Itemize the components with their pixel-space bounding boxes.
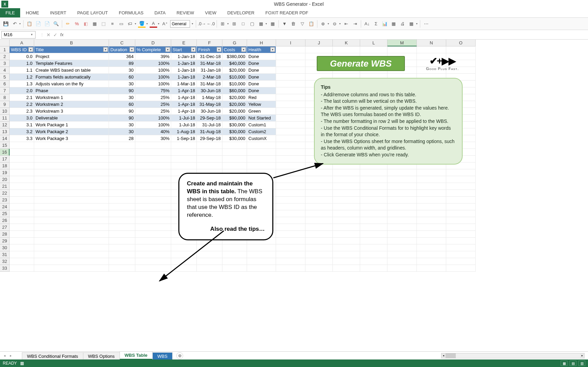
cell-I4[interactable] xyxy=(276,67,305,74)
cell-B11[interactable]: Deliverable xyxy=(34,115,109,122)
cell-H3[interactable]: Done xyxy=(247,60,276,67)
cell-G6[interactable]: $10,000 xyxy=(222,81,247,87)
cell-A5[interactable]: 1.2 xyxy=(10,74,34,81)
cell-F10[interactable]: 30-Jun-18 xyxy=(197,108,222,115)
freeze-icon[interactable]: ▦ xyxy=(390,20,397,28)
cell-B1[interactable]: Title▼ xyxy=(34,46,109,53)
ribbon-tab-view[interactable]: VIEW xyxy=(200,8,222,17)
cell-D17[interactable] xyxy=(135,156,171,163)
cell-H15[interactable] xyxy=(247,142,276,149)
cell-L30[interactable] xyxy=(360,244,387,251)
cell-E14[interactable]: 1-Sep-18 xyxy=(171,135,197,142)
row-header-15[interactable]: 15 xyxy=(0,142,10,149)
cell-G1[interactable]: Costs▼ xyxy=(222,46,247,53)
row-header-19[interactable]: 19 xyxy=(0,169,10,176)
cell-E18[interactable] xyxy=(171,163,197,169)
cell-D10[interactable]: 25% xyxy=(135,108,171,115)
cell-B14[interactable]: Work Package 3 xyxy=(34,135,109,142)
cell-H18[interactable] xyxy=(247,163,276,169)
cell-A7[interactable]: 2.0 xyxy=(10,87,34,94)
border-all-icon[interactable]: ⊞ xyxy=(231,20,238,28)
cell-C21[interactable] xyxy=(109,183,135,190)
cell-F5[interactable]: 2-Mar-18 xyxy=(197,74,222,81)
cell-I13[interactable] xyxy=(276,128,305,135)
col-header-O[interactable]: O xyxy=(446,40,476,46)
cell-F15[interactable] xyxy=(197,142,222,149)
cell-K25[interactable] xyxy=(333,210,360,217)
cell-G13[interactable]: $30,000 xyxy=(222,128,247,135)
col-header-A[interactable]: A xyxy=(10,40,34,46)
cell-I10[interactable] xyxy=(276,108,305,115)
cell-L29[interactable] xyxy=(360,238,387,244)
col-header-G[interactable]: G xyxy=(222,40,247,46)
cell-I30[interactable] xyxy=(276,244,305,251)
cell-F9[interactable]: 31-May-18 xyxy=(197,101,222,108)
cell-B3[interactable]: Template Features xyxy=(34,60,109,67)
cell-J22[interactable] xyxy=(305,190,333,197)
cell-C30[interactable] xyxy=(109,244,135,251)
cell-B30[interactable] xyxy=(34,244,109,251)
cell-F17[interactable] xyxy=(197,156,222,163)
row-header-3[interactable]: 3 xyxy=(0,60,10,67)
cell-I24[interactable] xyxy=(276,203,305,210)
cell-C31[interactable] xyxy=(109,251,135,258)
row-header-11[interactable]: 11 xyxy=(0,115,10,122)
cell-I32[interactable] xyxy=(276,258,305,265)
cell-F1[interactable]: Finish▼ xyxy=(197,46,222,53)
cell-D27[interactable] xyxy=(135,224,171,231)
sheet-tab-wbs-table[interactable]: WBS Table xyxy=(120,351,153,360)
row-header-25[interactable]: 25 xyxy=(0,210,10,217)
cell-E33[interactable] xyxy=(171,265,197,272)
cell-A25[interactable] xyxy=(10,210,34,217)
cell-H17[interactable] xyxy=(247,156,276,163)
cell-E3[interactable]: 1-Jan-18 xyxy=(171,60,197,67)
cell-I1[interactable] xyxy=(276,46,305,53)
cell-F14[interactable]: 29-Sep-18 xyxy=(197,135,222,142)
cell-A33[interactable] xyxy=(10,265,34,272)
cell-C15[interactable] xyxy=(109,142,135,149)
cell-G8[interactable]: $20,000 xyxy=(222,94,247,101)
cell-C9[interactable]: 60 xyxy=(109,101,135,108)
cell-L28[interactable] xyxy=(360,231,387,238)
filter-button-finish[interactable]: ▼ xyxy=(217,47,221,52)
cell-B31[interactable] xyxy=(34,251,109,258)
cell-J33[interactable] xyxy=(305,265,333,272)
cell-B16[interactable] xyxy=(34,149,109,156)
view-page-layout-icon[interactable]: ▤ xyxy=(570,361,576,366)
cell-J19[interactable] xyxy=(305,169,333,176)
fx-icon[interactable]: fx xyxy=(60,32,64,37)
sheet-tab-wbs[interactable]: WBS xyxy=(152,352,173,360)
cell-I2[interactable] xyxy=(276,53,305,60)
cell-A29[interactable] xyxy=(10,238,34,244)
generate-wbs-button[interactable]: Generate WBS xyxy=(317,56,405,71)
cell-I6[interactable] xyxy=(276,81,305,87)
cell-G10[interactable]: $20,000 xyxy=(222,108,247,115)
cell-B7[interactable]: Phase xyxy=(34,87,109,94)
reapply-icon[interactable]: 📋 xyxy=(307,20,315,28)
cell-D16[interactable] xyxy=(135,149,171,156)
cell-K20[interactable] xyxy=(333,176,360,183)
cell-C4[interactable]: 30 xyxy=(109,67,135,74)
row-header-20[interactable]: 20 xyxy=(0,176,10,183)
cell-B21[interactable] xyxy=(34,183,109,190)
cell-A31[interactable] xyxy=(10,251,34,258)
cell-E2[interactable]: 1-Jan-18 xyxy=(171,53,197,60)
cell-K21[interactable] xyxy=(333,183,360,190)
cell-A14[interactable]: 3.3 xyxy=(10,135,34,142)
col-header-L[interactable]: L xyxy=(360,40,387,46)
fill-color-icon[interactable]: 🪣 xyxy=(138,20,146,28)
cell-C14[interactable]: 28 xyxy=(109,135,135,142)
view-page-break-icon[interactable]: ▥ xyxy=(578,361,585,366)
cell-H11[interactable]: Not Started xyxy=(247,115,276,122)
eraser-icon[interactable]: ◧ xyxy=(82,20,90,28)
cell-E31[interactable] xyxy=(171,251,197,258)
cell-G5[interactable]: $10,000 xyxy=(222,74,247,81)
col-header-C[interactable]: C xyxy=(109,40,135,46)
enter-formula-icon[interactable]: ✓ xyxy=(53,32,57,38)
cell-C29[interactable] xyxy=(109,238,135,244)
cell-J24[interactable] xyxy=(305,203,333,210)
row-header-12[interactable]: 12 xyxy=(0,122,10,128)
filter-button-start[interactable]: ▼ xyxy=(191,47,196,52)
cell-F6[interactable]: 31-Mar-18 xyxy=(197,81,222,87)
paste-special-icon[interactable]: 📄 xyxy=(43,20,51,28)
